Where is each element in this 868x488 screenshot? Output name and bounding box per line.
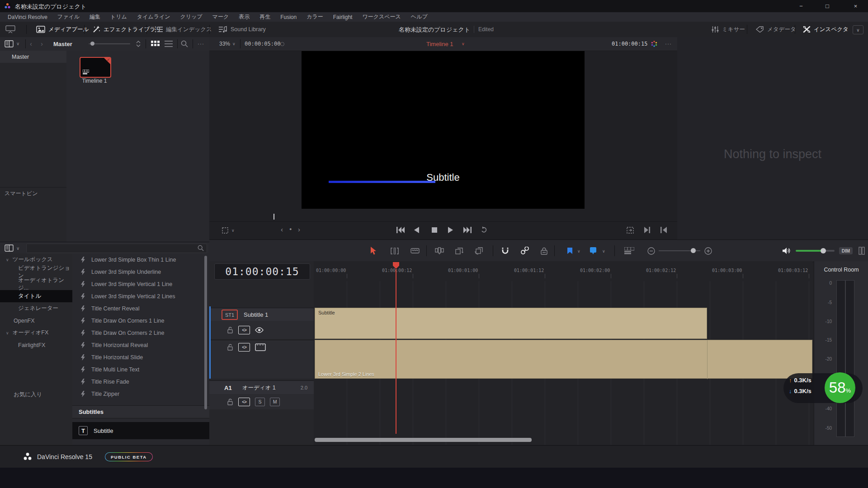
lock-icon[interactable] bbox=[227, 399, 233, 405]
menu-fusion[interactable]: Fusion bbox=[275, 12, 302, 22]
edit-index-toggle[interactable]: 編集インデックス bbox=[155, 22, 212, 37]
position-lock-toggle[interactable] bbox=[536, 240, 552, 262]
fx-search-input[interactable] bbox=[26, 244, 207, 253]
ui-layout-toggle-icon[interactable] bbox=[5, 25, 15, 33]
audio-track-name[interactable]: オーディオ 1 bbox=[242, 384, 276, 392]
jog-left[interactable]: ‹ bbox=[281, 225, 283, 233]
timeline-timecode-box[interactable]: 01:00:00:15 bbox=[214, 263, 310, 280]
bin-view-chevron[interactable]: ∨ bbox=[16, 41, 19, 46]
menu-color[interactable]: カラー bbox=[302, 12, 328, 22]
fx-list-scrollbar[interactable] bbox=[204, 256, 207, 409]
subtitle-preset-selected[interactable]: T Subtitle bbox=[72, 422, 209, 439]
lock-icon[interactable] bbox=[227, 327, 233, 333]
timeline-ruler[interactable]: 01:00:00:00 01:00:00:12 01:00:01:00 01:0… bbox=[314, 261, 812, 282]
subtitle-track-name[interactable]: Subtitle 1 bbox=[244, 311, 268, 318]
menu-playback[interactable]: 再生 bbox=[255, 12, 275, 22]
solo-toggle[interactable]: S bbox=[255, 398, 265, 406]
audio-track-header[interactable]: A1 オーディオ 1 2.0 bbox=[209, 380, 314, 394]
selection-mode-tool[interactable] bbox=[366, 240, 381, 262]
timeline-thumbnail-label[interactable]: Timeline 1 bbox=[66, 78, 123, 84]
media-pool-more-icon[interactable]: ··· bbox=[198, 41, 204, 47]
sound-library-toggle[interactable]: Sound Library bbox=[219, 22, 266, 37]
dim-button[interactable]: DIM bbox=[839, 247, 853, 254]
video-title-clip[interactable]: Lower 3rd Simple 2 Lines bbox=[315, 340, 812, 379]
marker-button[interactable] bbox=[585, 240, 601, 262]
title-preset[interactable]: Title Center Reveal bbox=[72, 302, 209, 314]
timeline-zoom-handle[interactable] bbox=[691, 248, 696, 253]
clip-enable-icon[interactable] bbox=[255, 343, 266, 351]
menu-davinci-resolve[interactable]: DaVinci Resolve bbox=[3, 12, 52, 22]
thumb-size-slider-handle[interactable] bbox=[90, 42, 94, 46]
expand-chevron[interactable]: ∨ bbox=[6, 258, 9, 262]
flag-button[interactable] bbox=[562, 240, 577, 262]
title-preset[interactable]: Title Zipper bbox=[72, 388, 209, 400]
smart-bins-header[interactable]: スマートビン bbox=[0, 188, 71, 199]
grid-view-icon[interactable] bbox=[151, 41, 160, 47]
subtitle-track-header[interactable]: ST1 Subtitle 1 bbox=[209, 308, 314, 321]
timeline-thumbnail[interactable]: ✓ bbox=[80, 57, 111, 78]
zoom-out-button[interactable] bbox=[643, 240, 659, 262]
bin-back-button[interactable]: ‹ bbox=[30, 40, 32, 47]
trim-edit-tool[interactable] bbox=[387, 240, 402, 262]
next-edit-button[interactable] bbox=[644, 227, 651, 233]
jog-right[interactable]: › bbox=[298, 225, 300, 233]
fx-tree-generators[interactable]: ジェネレーター bbox=[0, 302, 72, 314]
title-preset[interactable]: Lower 3rd Simple Box Thin 1 Line bbox=[72, 253, 209, 266]
eye-icon[interactable] bbox=[255, 327, 264, 333]
play-reverse-button[interactable] bbox=[414, 227, 419, 233]
thumb-size-slider[interactable] bbox=[89, 43, 130, 44]
fx-tree-titles[interactable]: タイトル bbox=[0, 290, 72, 302]
audio-volume-handle[interactable] bbox=[821, 248, 826, 253]
viewer-zoom-level[interactable]: 33% bbox=[219, 41, 230, 47]
sort-order-icon[interactable] bbox=[136, 40, 141, 48]
title-preset[interactable]: Title Horizontal Slide bbox=[72, 351, 209, 363]
bin-sidebar-toggle-icon[interactable] bbox=[5, 40, 14, 47]
play-button[interactable] bbox=[448, 227, 453, 233]
razor-tool[interactable] bbox=[407, 240, 423, 262]
subtitle-clip[interactable]: Subtitle bbox=[315, 308, 707, 339]
go-to-start-button[interactable] bbox=[396, 227, 405, 233]
list-view-icon[interactable] bbox=[165, 41, 173, 47]
subtitle-track-id[interactable]: ST1 bbox=[222, 310, 238, 320]
playhead-line[interactable] bbox=[396, 269, 396, 434]
expand-chevron[interactable]: ∨ bbox=[6, 331, 9, 335]
go-to-end-button[interactable] bbox=[463, 227, 472, 233]
linked-selection-toggle[interactable] bbox=[517, 240, 533, 262]
fx-view-chevron[interactable]: ∨ bbox=[16, 246, 19, 251]
audio-volume-slider[interactable] bbox=[796, 250, 823, 252]
flag-chevron[interactable]: ∨ bbox=[577, 249, 580, 253]
menu-fairlight[interactable]: Fairlight bbox=[328, 12, 358, 22]
search-icon[interactable] bbox=[181, 40, 188, 47]
meters-toggle-icon[interactable] bbox=[854, 240, 868, 262]
zoom-in-button[interactable] bbox=[700, 240, 716, 262]
inspector-toggle[interactable]: インスペクタ bbox=[803, 22, 849, 37]
timeline-select-chevron[interactable]: ∨ bbox=[462, 42, 465, 46]
title-preset[interactable]: Lower 3rd Simple Underline bbox=[72, 266, 209, 278]
menu-trim[interactable]: トリム bbox=[105, 12, 132, 22]
menu-timeline[interactable]: タイムライン bbox=[132, 12, 175, 22]
playhead-marker[interactable] bbox=[392, 262, 400, 269]
fx-tree-audiofx[interactable]: ∨オーディオFX bbox=[0, 327, 72, 339]
mixer-toggle[interactable]: ミキサー bbox=[712, 22, 745, 37]
title-preset[interactable]: Title Draw On Corners 1 Line bbox=[72, 314, 209, 327]
jog-wheel[interactable]: ● bbox=[289, 227, 292, 231]
lock-icon[interactable] bbox=[227, 344, 233, 351]
fx-tree-audio-transitions[interactable]: オーディオトランジ... bbox=[0, 278, 72, 290]
auto-select-toggle[interactable]: <> bbox=[238, 398, 250, 406]
bin-forward-button[interactable]: › bbox=[41, 40, 43, 47]
timeline-h-scrollbar[interactable] bbox=[315, 438, 532, 442]
fx-tree-openfx[interactable]: OpenFX bbox=[0, 314, 72, 327]
menu-edit[interactable]: 編集 bbox=[85, 12, 105, 22]
menu-clip[interactable]: クリップ bbox=[175, 12, 207, 22]
tool-chevron[interactable]: ∨ bbox=[231, 228, 235, 233]
menu-help[interactable]: ヘルプ bbox=[406, 12, 433, 22]
overwrite-clip-button[interactable] bbox=[452, 240, 467, 262]
auto-select-toggle[interactable]: <> bbox=[238, 343, 250, 352]
menu-view[interactable]: 表示 bbox=[234, 12, 255, 22]
audio-monitor-icon[interactable] bbox=[778, 240, 794, 262]
viewer-video-frame[interactable]: Subtitle bbox=[302, 51, 585, 209]
title-preset[interactable]: Lower 3rd Simple Vertical 2 Lines bbox=[72, 290, 209, 302]
fx-tree-favorites[interactable]: お気に入り bbox=[0, 389, 72, 401]
fx-sidebar-toggle-icon[interactable] bbox=[5, 244, 14, 252]
marker-chevron[interactable]: ∨ bbox=[602, 249, 605, 253]
